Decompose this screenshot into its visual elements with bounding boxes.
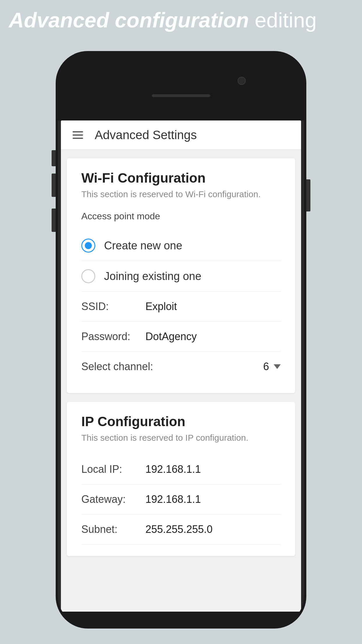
access-point-label: Access point mode: [81, 211, 281, 222]
phone-bottom-bar: [58, 612, 304, 626]
radio-label-join: Joining existing one: [104, 270, 201, 283]
radio-create-new[interactable]: Create new one: [81, 230, 281, 261]
wifi-config-card: Wi-Fi Configuration This section is rese…: [67, 158, 295, 393]
subnet-value[interactable]: 255.255.255.0: [145, 523, 212, 536]
app-bar-title: Advanced Settings: [95, 128, 197, 142]
title-light: editing: [249, 8, 317, 32]
app-bar: Advanced Settings: [61, 120, 301, 150]
volume-down-button: [52, 209, 56, 232]
gateway-label: Gateway:: [81, 493, 145, 505]
title-bold: Advanced configuration: [9, 8, 249, 32]
local-ip-value[interactable]: 192.168.1.1: [145, 463, 201, 475]
hamburger-line-1: [73, 131, 83, 132]
hamburger-menu-button[interactable]: [73, 131, 83, 139]
page-title: Advanced configuration editing: [9, 9, 353, 32]
ssid-field: SSID: Exploit: [81, 292, 281, 322]
ip-config-card: IP Configuration This section is reserve…: [67, 402, 295, 556]
local-ip-field: Local IP: 192.168.1.1: [81, 454, 281, 484]
channel-label: Select channel:: [81, 360, 153, 373]
ip-card-subtitle: This section is reserved to IP configura…: [81, 433, 281, 443]
gateway-value[interactable]: 192.168.1.1: [145, 493, 201, 505]
phone-frame: Advanced Settings Wi-Fi Configuration Th…: [56, 51, 306, 629]
speaker-grill: [152, 94, 210, 97]
channel-dropdown-arrow: [274, 364, 281, 369]
password-value[interactable]: DotAgency: [145, 330, 197, 343]
channel-field: Select channel: 6: [81, 352, 281, 382]
local-ip-label: Local IP:: [81, 463, 145, 475]
password-label: Password:: [81, 330, 145, 343]
phone-inner: Advanced Settings Wi-Fi Configuration Th…: [58, 53, 304, 626]
radio-circle-join[interactable]: [81, 269, 95, 283]
channel-select[interactable]: 6: [263, 360, 281, 373]
password-field: Password: DotAgency: [81, 322, 281, 352]
radio-join-existing[interactable]: Joining existing one: [81, 261, 281, 292]
gateway-field: Gateway: 192.168.1.1: [81, 484, 281, 514]
subnet-label: Subnet:: [81, 523, 145, 536]
radio-label-create: Create new one: [104, 239, 182, 252]
page-title-area: Advanced configuration editing: [9, 9, 353, 32]
subnet-field: Subnet: 255.255.255.0: [81, 514, 281, 545]
phone-top-bar: [58, 53, 304, 120]
content-area: Wi-Fi Configuration This section is rese…: [61, 150, 301, 612]
camera: [238, 77, 246, 85]
volume-up-button: [52, 174, 56, 197]
ssid-label: SSID:: [81, 300, 145, 313]
radio-circle-create[interactable]: [81, 239, 95, 253]
power-button: [306, 179, 310, 211]
ssid-value[interactable]: Exploit: [145, 300, 177, 313]
wifi-card-subtitle: This section is reserved to Wi-Fi config…: [81, 189, 281, 199]
mute-button: [52, 150, 56, 166]
wifi-card-title: Wi-Fi Configuration: [81, 170, 281, 186]
hamburger-line-2: [73, 134, 83, 136]
channel-value: 6: [263, 360, 269, 373]
phone-screen: Advanced Settings Wi-Fi Configuration Th…: [61, 120, 301, 612]
hamburger-line-3: [73, 138, 83, 139]
ip-card-title: IP Configuration: [81, 414, 281, 429]
